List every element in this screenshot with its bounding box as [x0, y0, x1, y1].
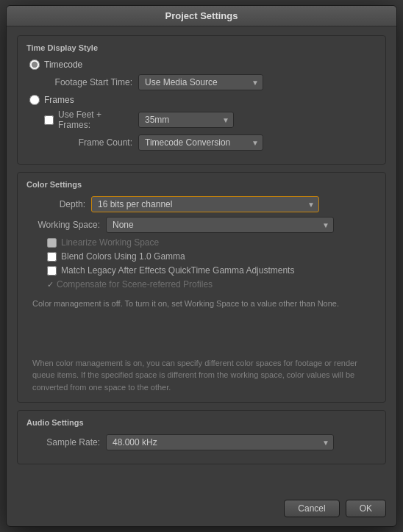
footage-start-row: Footage Start Time: Use Media Source ▼ [26, 74, 377, 90]
blend-colors-checkbox[interactable] [47, 252, 57, 262]
color-info-text2: When color management is on, you can spe… [26, 351, 377, 394]
color-settings-section: Color Settings Depth: 16 bits per channe… [17, 172, 386, 403]
feet-frames-row: Use Feet + Frames: 35mm ▼ [26, 109, 377, 130]
project-settings-dialog: Project Settings Time Display Style Time… [6, 5, 397, 527]
timecode-radio-row: Timecode [26, 60, 377, 70]
linearize-checkbox[interactable] [47, 238, 57, 248]
time-display-section: Time Display Style Timecode Footage Star… [17, 35, 386, 165]
blend-colors-label: Blend Colors Using 1.0 Gamma [61, 251, 185, 262]
ok-button[interactable]: OK [346, 500, 386, 517]
color-settings-title: Color Settings [26, 180, 377, 189]
footage-start-label: Footage Start Time: [44, 77, 132, 87]
feet-frames-checkbox[interactable] [44, 115, 54, 125]
working-space-label: Working Space: [26, 220, 100, 230]
color-info-text: Color management is off. To turn it on, … [26, 293, 377, 314]
footage-start-select[interactable]: Use Media Source [138, 74, 263, 90]
compensate-label: Compensate for Scene-referred Profiles [57, 279, 213, 290]
footage-start-wrapper: Use Media Source ▼ [138, 74, 263, 90]
depth-wrapper: 16 bits per channel ▼ [91, 196, 319, 212]
frame-count-select[interactable]: Timecode Conversion [138, 134, 263, 151]
frame-count-label: Frame Count: [44, 137, 132, 148]
linearize-label: Linearize Working Space [61, 237, 159, 248]
sample-rate-wrapper: 48.000 kHz ▼ [106, 434, 334, 450]
match-legacy-checkbox[interactable] [47, 266, 57, 276]
compensate-row: ✓ Compensate for Scene-referred Profiles [26, 279, 377, 290]
feet-value-wrapper: 35mm ▼ [138, 112, 234, 128]
frames-radio-row: Frames [26, 95, 377, 105]
audio-settings-section: Audio Settings Sample Rate: 48.000 kHz ▼ [17, 410, 386, 464]
depth-row: Depth: 16 bits per channel ▼ [26, 196, 377, 212]
dialog-content: Time Display Style Timecode Footage Star… [7, 26, 396, 494]
audio-settings-title: Audio Settings [26, 418, 377, 427]
blend-colors-row: Blend Colors Using 1.0 Gamma [26, 251, 377, 262]
cancel-button[interactable]: Cancel [284, 500, 339, 517]
time-display-title: Time Display Style [26, 43, 377, 52]
bottom-bar: Cancel OK [7, 494, 396, 526]
dialog-title: Project Settings [165, 10, 238, 21]
working-space-select[interactable]: None [106, 217, 334, 233]
timecode-radio-label: Timecode [44, 60, 82, 70]
title-bar: Project Settings [7, 6, 396, 26]
match-legacy-label: Match Legacy After Effects QuickTime Gam… [61, 265, 294, 276]
sample-rate-select[interactable]: 48.000 kHz [106, 434, 334, 450]
frames-radio[interactable] [29, 95, 40, 105]
working-space-wrapper: None ▼ [106, 217, 334, 233]
feet-frames-label: Use Feet + Frames: [58, 109, 132, 130]
feet-value-select[interactable]: 35mm [138, 112, 234, 128]
compensate-checkmark-icon: ✓ [47, 280, 54, 290]
timecode-radio[interactable] [29, 60, 40, 70]
sample-rate-label: Sample Rate: [26, 437, 100, 447]
linearize-row: Linearize Working Space [26, 237, 377, 248]
match-legacy-row: Match Legacy After Effects QuickTime Gam… [26, 265, 377, 276]
depth-label: Depth: [26, 199, 85, 209]
working-space-row: Working Space: None ▼ [26, 217, 377, 233]
frame-count-wrapper: Timecode Conversion ▼ [138, 134, 263, 151]
frames-radio-label: Frames [44, 95, 74, 105]
sample-rate-row: Sample Rate: 48.000 kHz ▼ [26, 434, 377, 450]
frame-count-row: Frame Count: Timecode Conversion ▼ [26, 134, 377, 151]
depth-select[interactable]: 16 bits per channel [91, 196, 319, 212]
